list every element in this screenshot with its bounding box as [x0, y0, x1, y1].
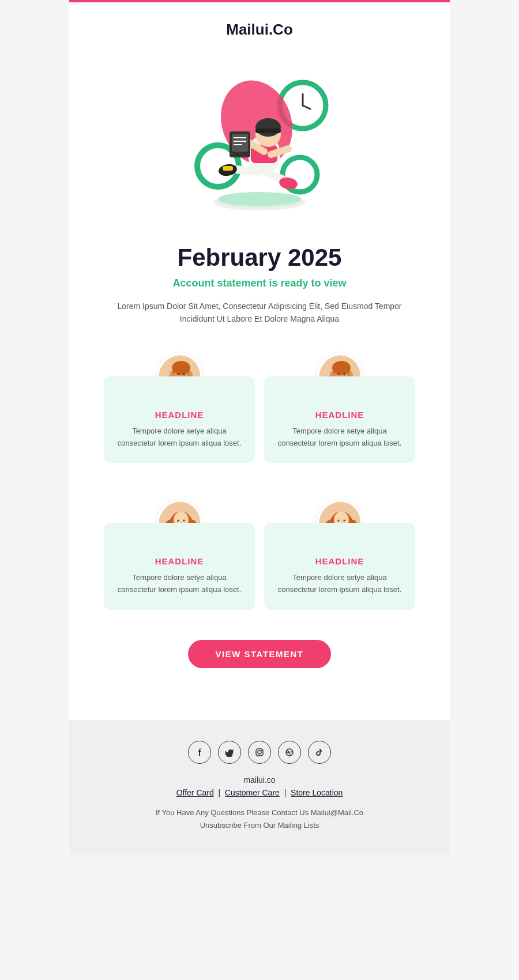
- twitter-icon[interactable]: [218, 741, 241, 764]
- svg-point-35: [178, 373, 179, 375]
- card-2-headline: HEADLINE: [276, 410, 404, 420]
- svg-point-64: [338, 520, 340, 522]
- svg-point-72: [258, 751, 261, 754]
- email-wrapper: Mailui.Co: [69, 0, 450, 855]
- footer-domain: mailui.co: [92, 775, 427, 785]
- instagram-icon[interactable]: [248, 741, 271, 764]
- offer-card-link[interactable]: Offer Card: [176, 788, 214, 797]
- svg-point-55: [178, 520, 179, 522]
- card-4-text: Tempore dolore setye aliqua consectetur …: [276, 572, 404, 596]
- footer: mailui.co Offer Card | Customer Care | S…: [69, 720, 450, 855]
- footer-links: Offer Card | Customer Care | Store Locat…: [92, 788, 427, 797]
- svg-point-46: [338, 373, 340, 375]
- description: Lorem Ipsum Dolor Sit Amet, Consectetur …: [104, 300, 415, 326]
- card-3: HEADLINE Tempore dolore setye aliqua con…: [104, 523, 255, 610]
- cards-row-1: HEADLINE Tempore dolore setye aliqua con…: [104, 346, 415, 463]
- card-4: HEADLINE Tempore dolore setye aliqua con…: [264, 523, 415, 610]
- tiktok-icon[interactable]: [308, 741, 331, 764]
- card-1-headline: HEADLINE: [115, 410, 243, 420]
- facebook-icon[interactable]: [188, 741, 211, 764]
- cta-area: VIEW STATEMENT: [104, 640, 415, 668]
- subtitle: Account statement is ready to view: [104, 277, 415, 289]
- svg-point-2: [218, 192, 301, 206]
- svg-rect-71: [256, 749, 263, 756]
- svg-rect-16: [255, 129, 281, 133]
- card-4-wrapper: HEADLINE Tempore dolore setye aliqua con…: [264, 523, 415, 610]
- view-statement-button[interactable]: VIEW STATEMENT: [188, 640, 332, 668]
- card-1-text: Tempore dolore setye aliqua consectetur …: [115, 425, 243, 450]
- card-3-headline: HEADLINE: [115, 556, 243, 566]
- main-title: February 2025: [104, 244, 415, 272]
- card-3-wrapper: HEADLINE Tempore dolore setye aliqua con…: [104, 523, 255, 610]
- svg-rect-21: [232, 134, 248, 152]
- svg-point-65: [344, 520, 345, 522]
- card-2-text: Tempore dolore setye aliqua consectetur …: [276, 425, 404, 450]
- dribbble-icon[interactable]: [278, 741, 301, 764]
- hero-illustration: [179, 59, 340, 221]
- card-1-wrapper: HEADLINE Tempore dolore setye aliqua con…: [104, 376, 255, 463]
- svg-point-47: [344, 373, 345, 375]
- card-4-headline: HEADLINE: [276, 556, 404, 566]
- svg-point-73: [261, 750, 262, 751]
- svg-rect-29: [223, 166, 233, 171]
- social-icons-row: [92, 741, 427, 764]
- svg-point-17: [264, 133, 266, 135]
- svg-point-56: [183, 520, 185, 522]
- footer-contact-line2: Unsubscribe From Our Mailing Lists: [92, 819, 427, 832]
- card-2-wrapper: HEADLINE Tempore dolore setye aliqua con…: [264, 376, 415, 463]
- card-2: HEADLINE Tempore dolore setye aliqua con…: [264, 376, 415, 463]
- illustration-area: [69, 48, 450, 227]
- svg-point-15: [255, 118, 281, 137]
- card-1: HEADLINE Tempore dolore setye aliqua con…: [104, 376, 255, 463]
- card-3-text: Tempore dolore setye aliqua consectetur …: [115, 572, 243, 596]
- store-location-link[interactable]: Store Location: [291, 788, 343, 797]
- logo: Mailui.Co: [69, 21, 450, 39]
- customer-care-link[interactable]: Customer Care: [225, 788, 280, 797]
- svg-point-36: [183, 373, 185, 375]
- svg-point-18: [270, 133, 273, 135]
- cards-row-2: HEADLINE Tempore dolore setye aliqua con…: [104, 493, 415, 610]
- footer-contact: If You Have Any Questions Please Contact…: [92, 806, 427, 832]
- footer-contact-line1: If You Have Any Questions Please Contact…: [92, 806, 427, 819]
- main-content: February 2025 Account statement is ready…: [69, 227, 450, 720]
- header: Mailui.Co: [69, 2, 450, 48]
